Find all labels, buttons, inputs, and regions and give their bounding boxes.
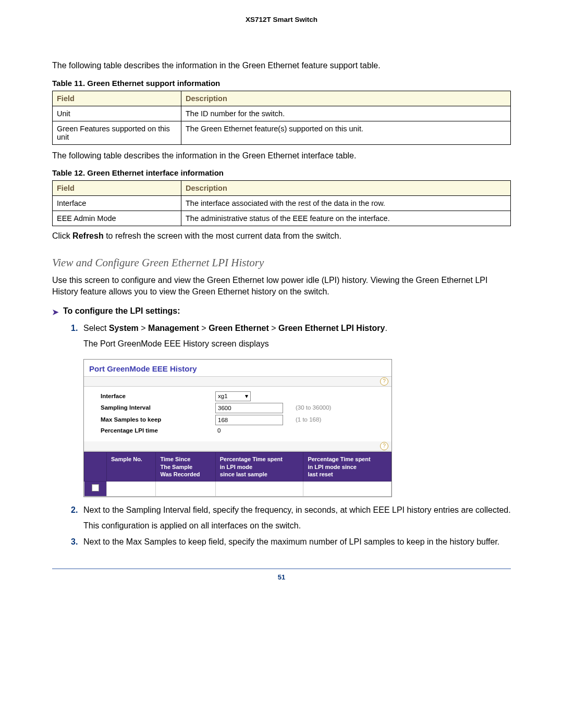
sampling-input[interactable] [215, 403, 283, 413]
row-checkbox-cell [84, 482, 107, 497]
table12-caption: Table 12. Green Ethernet interface infor… [52, 168, 511, 177]
table12-head-field: Field [53, 181, 181, 196]
step-1: Select System > Management > Green Ether… [71, 323, 511, 497]
cell-desc: The interface associated with the rest o… [181, 196, 511, 211]
max-label: Max Samples to keep [101, 416, 215, 424]
arrow-icon: ➤ [52, 306, 59, 317]
procedure-lead: ➤ To configure the LPI settings: [52, 306, 511, 317]
line: in LPI mode since [308, 464, 357, 470]
step1-path-3: Green Ethernet LPI History [278, 324, 385, 332]
table11-head-field: Field [53, 91, 181, 106]
panel-divider: ? [84, 377, 391, 387]
pct-label: Percentage LPI time [101, 427, 215, 435]
table-row: Green Features supported on this unit Th… [53, 121, 511, 144]
help-icon[interactable]: ? [380, 377, 388, 386]
cell [156, 482, 215, 497]
cell-desc: The Green Ethernet feature(s) supported … [181, 121, 511, 144]
step-2: Next to the Sampling Interval field, spe… [71, 504, 511, 531]
interface-select[interactable]: xg1 ▾ [215, 391, 251, 401]
breadcrumb-sep: > [201, 324, 206, 332]
cell [107, 482, 156, 497]
sampling-row: Sampling Interval (30 to 36000) [101, 403, 386, 413]
step3-main: Next to the Max Samples to keep field, s… [83, 537, 499, 546]
procedure-lead-text: To configure the LPI settings: [63, 306, 180, 316]
table11: Field Description Unit The ID number for… [52, 91, 511, 145]
sampling-hint: (30 to 36000) [296, 404, 331, 412]
section-intro: Use this screen to configure and view th… [52, 275, 511, 297]
cell [303, 482, 391, 497]
table-row [84, 482, 391, 497]
history-table-wrap: Sample No. Time Since The Sample Was Rec… [84, 451, 391, 497]
line: Percentage Time spent [220, 456, 283, 462]
step2-sub: This configuration is applied on all int… [83, 520, 511, 532]
step1-sub: The Port GreenMode EEE History screen di… [83, 338, 511, 350]
refresh-instruction: Click Refresh to refresh the screen with… [52, 231, 511, 241]
col-pct-since-last-reset: Percentage Time spent in LPI mode since … [303, 452, 391, 482]
line: Was Recorded [160, 471, 200, 477]
history-table: Sample No. Time Since The Sample Was Rec… [84, 452, 391, 497]
cell-field: Unit [53, 106, 181, 121]
help-icon[interactable]: ? [380, 442, 388, 450]
refresh-pre: Click [52, 231, 72, 240]
pct-row: Percentage LPI time 0 [101, 427, 386, 435]
max-input[interactable] [215, 415, 283, 425]
intro-paragraph-1: The following table describes the inform… [52, 60, 511, 71]
interface-value: xg1 [218, 392, 228, 401]
table-row: Interface The interface associated with … [53, 196, 511, 211]
footer-rule [52, 569, 511, 569]
step1-path-1: Management [148, 324, 199, 332]
cell-desc: The administrative status of the EEE fea… [181, 211, 511, 226]
cell-field: Interface [53, 196, 181, 211]
panel-fields: Interface xg1 ▾ Sampling Interval (30 to… [84, 387, 391, 442]
step1-path-0: System [109, 324, 139, 332]
table-row: Unit The ID number for the switch. [53, 106, 511, 121]
step-3: Next to the Max Samples to keep field, s… [71, 536, 511, 548]
max-row: Max Samples to keep (1 to 168) [101, 415, 386, 425]
eee-history-panel: Port GreenMode EEE History ? Interface x… [83, 359, 392, 498]
checkbox-header [84, 452, 107, 482]
step2-main: Next to the Sampling Interval field, spe… [83, 505, 511, 514]
row-checkbox[interactable] [92, 484, 99, 491]
page-header: XS712T Smart Switch [52, 16, 511, 23]
page-number: 51 [52, 573, 511, 581]
refresh-post: to refresh the screen with the most curr… [104, 231, 341, 240]
procedure-steps: Select System > Management > Green Ether… [52, 323, 511, 548]
line: Time Since [160, 456, 190, 462]
table11-caption: Table 11. Green Ethernet support informa… [52, 79, 511, 88]
col-time-since: Time Since The Sample Was Recorded [156, 452, 215, 482]
max-hint: (1 to 168) [296, 416, 321, 424]
table-row: EEE Admin Mode The administrative status… [53, 211, 511, 226]
section-heading: View and Configure Green Ethernet LPI Hi… [52, 256, 511, 269]
refresh-bold: Refresh [72, 231, 104, 240]
sampling-label: Sampling Interval [101, 404, 215, 412]
line: in LPI mode [220, 464, 252, 470]
table12-head-desc: Description [181, 181, 511, 196]
panel-divider-2: ? [84, 441, 391, 451]
line: Percentage Time spent [308, 456, 370, 462]
table11-head-desc: Description [181, 91, 511, 106]
chevron-down-icon: ▾ [245, 392, 248, 401]
cell-field: Green Features supported on this unit [53, 121, 181, 144]
col-sample-no: Sample No. [107, 452, 156, 482]
line: since last sample [220, 471, 267, 477]
step1-path-2: Green Ethernet [209, 324, 269, 332]
line: last reset [308, 471, 333, 477]
panel-title: Port GreenMode EEE History [84, 360, 391, 377]
cell-desc: The ID number for the switch. [181, 106, 511, 121]
pct-value: 0 [215, 427, 280, 435]
breadcrumb-sep: > [271, 324, 276, 332]
cell [215, 482, 303, 497]
interface-label: Interface [101, 392, 215, 401]
line: The Sample [160, 464, 192, 470]
intro-paragraph-2: The following table describes the inform… [52, 150, 511, 162]
breadcrumb-sep: > [141, 324, 145, 332]
document-page: XS712T Smart Switch The following table … [0, 0, 563, 728]
col-pct-since-last-sample: Percentage Time spent in LPI mode since … [215, 452, 303, 482]
interface-row: Interface xg1 ▾ [101, 391, 386, 401]
table12: Field Description Interface The interfac… [52, 180, 511, 226]
step1-pre: Select [83, 324, 109, 332]
cell-field: EEE Admin Mode [53, 211, 181, 226]
